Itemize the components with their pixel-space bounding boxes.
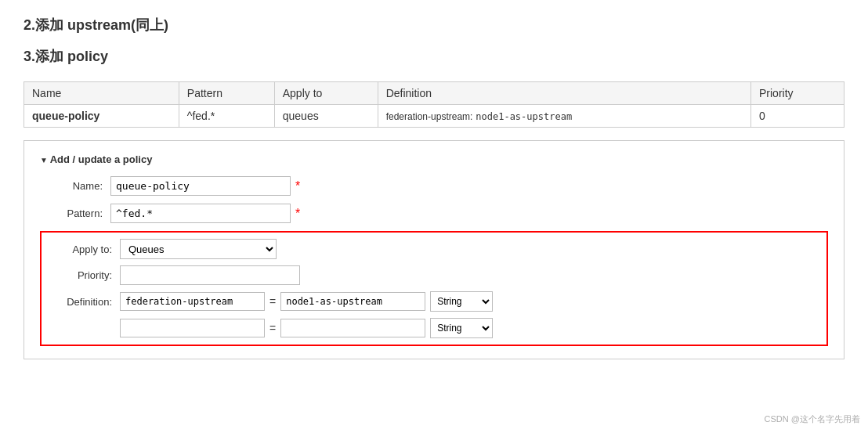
definition-key-input-1[interactable] bbox=[120, 292, 265, 311]
definition-value: node1-as-upstream bbox=[476, 111, 572, 122]
definition-type-select-1[interactable]: String Number Boolean List bbox=[430, 291, 493, 312]
priority-input[interactable] bbox=[120, 265, 300, 285]
heading-2: 2.添加 upstream(同上) bbox=[24, 16, 844, 34]
pattern-row: Pattern: * bbox=[40, 204, 828, 223]
apply-to-row: Apply to: Queues Exchanges All bbox=[49, 239, 819, 259]
apply-to-select[interactable]: Queues Exchanges All bbox=[120, 239, 277, 259]
apply-to-section: Apply to: Queues Exchanges All Priority:… bbox=[40, 231, 828, 346]
form-section-title: Add / update a policy bbox=[40, 153, 828, 165]
definition-value-input-2[interactable] bbox=[280, 319, 425, 337]
row-definition: federation-upstream: node1-as-upstream bbox=[378, 105, 750, 128]
name-required-star: * bbox=[295, 179, 300, 193]
equals-1: = bbox=[269, 295, 276, 308]
priority-row: Priority: bbox=[49, 265, 819, 285]
table-row: queue-policy ^fed.* queues federation-up… bbox=[24, 105, 844, 128]
definition-type-select-2[interactable]: String Number Boolean List bbox=[430, 318, 493, 338]
definition-label: Definition: bbox=[49, 296, 120, 308]
name-input[interactable] bbox=[110, 176, 291, 196]
pattern-required-star: * bbox=[295, 207, 300, 221]
heading-3: 3.添加 policy bbox=[24, 47, 844, 66]
definition-row-2: = String Number Boolean List bbox=[49, 318, 819, 338]
policy-form-section: Add / update a policy Name: * Pattern: *… bbox=[24, 140, 844, 359]
col-pattern: Pattern bbox=[179, 82, 274, 105]
col-definition: Definition bbox=[378, 82, 750, 105]
row-name: queue-policy bbox=[24, 105, 179, 128]
policy-table: Name Pattern Apply to Definition Priorit… bbox=[24, 81, 844, 128]
apply-to-label: Apply to: bbox=[49, 244, 120, 255]
row-apply-to: queues bbox=[274, 105, 378, 128]
definition-value-input-1[interactable] bbox=[280, 292, 425, 311]
col-priority: Priority bbox=[750, 82, 844, 105]
definition-key: federation-upstream: bbox=[386, 111, 473, 122]
definition-inputs-1: = String Number Boolean List bbox=[120, 291, 493, 312]
definition-key-input-2[interactable] bbox=[120, 319, 265, 337]
row-priority: 0 bbox=[750, 105, 844, 128]
col-name: Name bbox=[24, 82, 179, 105]
pattern-label: Pattern: bbox=[40, 207, 110, 219]
name-row: Name: * bbox=[40, 176, 828, 196]
col-apply-to: Apply to bbox=[274, 82, 378, 105]
definition-inputs-2: = String Number Boolean List bbox=[120, 318, 493, 338]
definition-row-1: Definition: = String Number Boolean List bbox=[49, 291, 819, 312]
equals-2: = bbox=[269, 322, 276, 334]
name-label: Name: bbox=[40, 180, 110, 192]
row-pattern: ^fed.* bbox=[179, 105, 274, 128]
priority-label: Priority: bbox=[49, 269, 120, 281]
pattern-input[interactable] bbox=[110, 204, 291, 223]
